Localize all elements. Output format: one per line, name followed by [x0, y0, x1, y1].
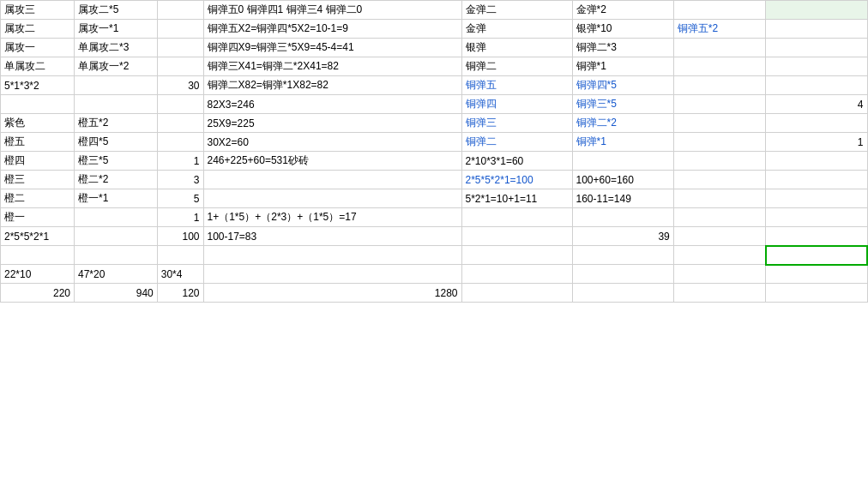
cell-r2c8[interactable] — [766, 39, 867, 57]
cell-r2c2[interactable]: 单属攻二*3 — [75, 39, 158, 57]
cell-r0c4[interactable]: 铜弹五0 铜弹四1 铜弹三4 铜弹二0 — [203, 1, 461, 20]
cell-r6c8[interactable] — [766, 114, 867, 133]
cell-r13c2[interactable] — [75, 246, 158, 265]
cell-r7c4[interactable]: 30X2=60 — [203, 133, 461, 152]
cell-r8c3[interactable]: 1 — [157, 152, 203, 171]
cell-r4c4[interactable]: 铜弹二X82=铜弹*1X82=82 — [203, 76, 461, 95]
cell-r8c4[interactable]: 246+225+60=531砂砖 — [203, 152, 461, 171]
cell-r9c4[interactable] — [203, 171, 461, 189]
cell-r3c5[interactable]: 铜弹二 — [461, 57, 572, 76]
cell-r13c3[interactable] — [157, 246, 203, 265]
cell-r3c2[interactable]: 单属攻一*2 — [75, 57, 158, 76]
cell-r14c3[interactable]: 30*4 — [157, 265, 203, 284]
cell-r1c1[interactable]: 属攻二 — [1, 20, 75, 39]
cell-r8c6[interactable] — [572, 152, 673, 171]
cell-r14c2[interactable]: 47*20 — [75, 265, 158, 284]
cell-r0c6[interactable]: 金弹*2 — [572, 1, 673, 20]
cell-r2c5[interactable]: 银弹 — [461, 39, 572, 57]
cell-r3c1[interactable]: 单属攻二 — [1, 57, 75, 76]
cell-r7c1[interactable]: 橙五 — [1, 133, 75, 152]
cell-r14c5[interactable] — [461, 265, 572, 284]
cell-r1c5[interactable]: 金弹 — [461, 20, 572, 39]
cell-r11c6[interactable] — [572, 208, 673, 227]
cell-r10c3[interactable]: 5 — [157, 189, 203, 208]
cell-r4c1[interactable]: 5*1*3*2 — [1, 76, 75, 95]
cell-r3c7[interactable] — [673, 57, 766, 76]
cell-r4c7[interactable] — [673, 76, 766, 95]
cell-r6c6[interactable]: 铜弹二*2 — [572, 114, 673, 133]
cell-r11c2[interactable] — [75, 208, 158, 227]
cell-r14c4[interactable] — [203, 265, 461, 284]
cell-r9c3[interactable]: 3 — [157, 171, 203, 189]
cell-r0c1[interactable]: 属攻三 — [1, 1, 75, 20]
cell-r7c7[interactable] — [673, 133, 766, 152]
cell-r2c3[interactable] — [157, 39, 203, 57]
cell-r9c8[interactable] — [766, 171, 867, 189]
cell-r14c8[interactable] — [766, 265, 867, 284]
cell-r12c3[interactable]: 100 — [157, 227, 203, 246]
cell-r13c8-selected[interactable] — [766, 246, 867, 265]
cell-r0c3[interactable] — [157, 1, 203, 20]
cell-r0c5[interactable]: 金弹二 — [461, 1, 572, 20]
cell-r1c6[interactable]: 银弹*10 — [572, 20, 673, 39]
cell-r5c1[interactable] — [1, 95, 75, 114]
cell-r15c4[interactable]: 1280 — [203, 284, 461, 303]
cell-r3c3[interactable] — [157, 57, 203, 76]
cell-r10c1[interactable]: 橙二 — [1, 189, 75, 208]
cell-r9c2[interactable]: 橙二*2 — [75, 171, 158, 189]
cell-r5c5[interactable]: 铜弹四 — [461, 95, 572, 114]
cell-r14c6[interactable] — [572, 265, 673, 284]
cell-r4c6[interactable]: 铜弹四*5 — [572, 76, 673, 95]
cell-r12c2[interactable] — [75, 227, 158, 246]
cell-r4c2[interactable] — [75, 76, 158, 95]
cell-r12c6[interactable]: 39 — [572, 227, 673, 246]
cell-r5c6[interactable]: 铜弹三*5 — [572, 95, 673, 114]
cell-r12c1[interactable]: 2*5*5*2*1 — [1, 227, 75, 246]
cell-r11c8[interactable] — [766, 208, 867, 227]
cell-r7c2[interactable]: 橙四*5 — [75, 133, 158, 152]
cell-r0c7[interactable] — [673, 1, 766, 20]
cell-r3c4[interactable]: 铜弹三X41=铜弹二*2X41=82 — [203, 57, 461, 76]
cell-r1c4[interactable]: 铜弹五X2=铜弹四*5X2=10-1=9 — [203, 20, 461, 39]
cell-r9c6[interactable]: 100+60=160 — [572, 171, 673, 189]
cell-r12c4[interactable]: 100-17=83 — [203, 227, 461, 246]
cell-r10c2[interactable]: 橙一*1 — [75, 189, 158, 208]
cell-r6c7[interactable] — [673, 114, 766, 133]
cell-r4c3[interactable]: 30 — [157, 76, 203, 95]
cell-r15c3[interactable]: 120 — [157, 284, 203, 303]
cell-r0c8[interactable] — [766, 1, 867, 20]
cell-r7c6[interactable]: 铜弹*1 — [572, 133, 673, 152]
cell-r11c3[interactable]: 1 — [157, 208, 203, 227]
cell-r0c2[interactable]: 属攻二*5 — [75, 1, 158, 20]
cell-r4c5[interactable]: 铜弹五 — [461, 76, 572, 95]
cell-r7c3[interactable] — [157, 133, 203, 152]
cell-r15c5[interactable] — [461, 284, 572, 303]
cell-r7c5[interactable]: 铜弹二 — [461, 133, 572, 152]
cell-r9c7[interactable] — [673, 171, 766, 189]
cell-r1c7[interactable]: 铜弹五*2 — [673, 20, 766, 39]
cell-r5c4[interactable]: 82X3=246 — [203, 95, 461, 114]
cell-r6c2[interactable]: 橙五*2 — [75, 114, 158, 133]
cell-r9c1[interactable]: 橙三 — [1, 171, 75, 189]
cell-r5c3[interactable] — [157, 95, 203, 114]
cell-r15c2[interactable]: 940 — [75, 284, 158, 303]
cell-r13c7[interactable] — [673, 246, 766, 265]
cell-r10c6[interactable]: 160-11=149 — [572, 189, 673, 208]
cell-r6c4[interactable]: 25X9=225 — [203, 114, 461, 133]
cell-r4c8[interactable] — [766, 76, 867, 95]
cell-r8c5[interactable]: 2*10*3*1=60 — [461, 152, 572, 171]
cell-r12c8[interactable] — [766, 227, 867, 246]
cell-r6c5[interactable]: 铜弹三 — [461, 114, 572, 133]
cell-r1c2[interactable]: 属攻一*1 — [75, 20, 158, 39]
cell-r5c2[interactable] — [75, 95, 158, 114]
cell-r12c5[interactable] — [461, 227, 572, 246]
cell-r14c7[interactable] — [673, 265, 766, 284]
cell-r14c1[interactable]: 22*10 — [1, 265, 75, 284]
cell-r3c8[interactable] — [766, 57, 867, 76]
cell-r13c4[interactable] — [203, 246, 461, 265]
cell-r5c8[interactable]: 4 — [766, 95, 867, 114]
cell-r9c5[interactable]: 2*5*5*2*1=100 — [461, 171, 572, 189]
cell-r2c4[interactable]: 铜弹四X9=铜弹三*5X9=45-4=41 — [203, 39, 461, 57]
cell-r15c7[interactable] — [673, 284, 766, 303]
cell-r2c1[interactable]: 属攻一 — [1, 39, 75, 57]
